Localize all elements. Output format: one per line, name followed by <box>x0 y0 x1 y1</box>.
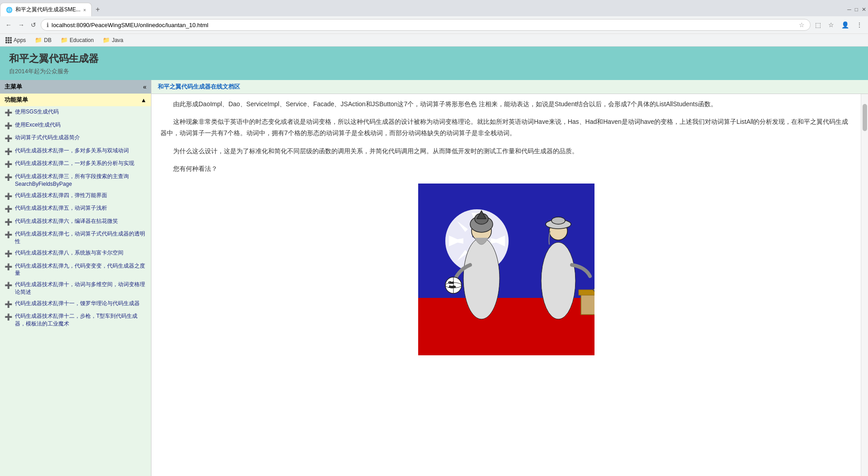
menu-item-label: 代码生成器技术乱弹四，弹性万能界面 <box>15 192 107 199</box>
sidebar-menu-item-3[interactable]: ➕代码生成器技术乱弹一，多对多关系与双域动词 <box>0 145 151 158</box>
menu-item-label: 代码生成器技术乱弹十，动词与多维空间，动词变格理论简述 <box>15 281 146 296</box>
menu-item-label: 代码生成器技术乱弹十二，步枪，T型车到代码生成器，模板法的工业魔术 <box>15 312 146 328</box>
content-text-area: 由此形成DaoImpl、Dao、ServiceImpl、Service、Faca… <box>160 99 852 355</box>
menu-item-label: 代码生成器技术乱弹六，编译器在拈花微笑 <box>15 217 118 225</box>
sidebar-menu-item-12[interactable]: ➕代码生成器技术乱弹十，动词与多维空间，动词变格理论简述 <box>0 279 151 298</box>
menu-item-label: 使用SGS生成代码 <box>15 108 59 116</box>
question-text: 您有何种看法？ <box>160 163 852 174</box>
page-header: 和平之翼代码生成器 自2014年起为公众服务 <box>0 47 868 80</box>
reload-button[interactable]: ↺ <box>29 19 38 30</box>
menu-item-label: 使用Excel生成代码 <box>15 121 61 129</box>
menu-plus-icon: ➕ <box>5 218 12 227</box>
menu-plus-icon: ➕ <box>5 192 12 201</box>
minimize-btn[interactable]: ─ <box>845 5 853 14</box>
java-label: Java <box>112 37 123 43</box>
sidebar-menu-item-0[interactable]: ➕使用SGS生成代码 <box>0 106 151 119</box>
sidebar-menu-item-1[interactable]: ➕使用Excel生成代码 <box>0 119 151 132</box>
sidebar-collapse-btn[interactable]: « <box>143 83 146 90</box>
browser-chrome: 🌐 和平之翼代码生成器SME... × + ─ □ ✕ ← → ↺ ℹ ☆ ⬚ … <box>0 0 868 47</box>
sidebar-menu-item-8[interactable]: ➕代码生成器技术乱弹六，编译器在拈花微笑 <box>0 216 151 229</box>
content-scroll-area[interactable]: 由此形成DaoImpl、Dao、ServiceImpl、Service、Faca… <box>151 94 861 476</box>
sidebar-fold-btn[interactable]: ▲ <box>141 97 146 104</box>
folder-icon-java: 📁 <box>103 37 110 43</box>
tab-title: 和平之翼代码生成器SME... <box>15 6 80 14</box>
sidebar-main-menu-header: 主菜单 « <box>0 80 151 94</box>
nav-actions: ⬚ ☆ 👤 ⋮ <box>813 19 864 30</box>
scrollbar-thumb[interactable] <box>863 104 867 131</box>
svg-rect-31 <box>579 290 594 295</box>
favorites-btn[interactable]: ☆ <box>826 19 836 30</box>
sidebar-menu-item-13[interactable]: ➕代码生成器技术乱弹十一，馒罗华理论与代码生成器 <box>0 298 151 311</box>
menu-plus-icon: ➕ <box>5 263 12 272</box>
bookmark-apps[interactable]: Apps <box>4 36 28 44</box>
para2: 为什么这么设计，这是为了标准化和简化不同层级的函数的调用关系，并简化代码调用之网… <box>160 146 852 157</box>
db-label: DB <box>44 37 52 43</box>
menu-btn[interactable]: ⋮ <box>854 19 864 30</box>
svg-point-29 <box>552 217 565 224</box>
bookmarks-bar: Apps 📁 DB 📁 Education 📁 Java <box>0 33 868 46</box>
new-tab-button[interactable]: + <box>92 4 103 15</box>
menu-plus-icon: ➕ <box>5 300 12 309</box>
bookmark-education[interactable]: 📁 Education <box>59 36 95 44</box>
sidebar-menu-item-5[interactable]: ➕代码生成器技术乱弹三，所有字段搜索的主查询SearchByFieldsByPa… <box>0 171 151 190</box>
window-close-btn[interactable]: ✕ <box>860 5 868 14</box>
content-header-link[interactable]: 和平之翼代码生成器在线文档区 <box>158 83 240 90</box>
sidebar-menu-item-7[interactable]: ➕代码生成器技术乱弹五，动词算子浅析 <box>0 203 151 216</box>
secure-icon: ℹ <box>47 22 49 28</box>
menu-plus-icon: ➕ <box>5 122 12 131</box>
page-body: 主菜单 « 功能菜单 ▲ ➕使用SGS生成代码➕使用Excel生成代码➕动词算子… <box>0 80 868 476</box>
active-tab[interactable]: 🌐 和平之翼代码生成器SME... × <box>0 3 92 16</box>
menu-item-label: 代码生成器技术乱弹一，多对多关系与双域动词 <box>15 147 129 155</box>
article-image: λ <box>418 184 594 355</box>
sidebar: 主菜单 « 功能菜单 ▲ ➕使用SGS生成代码➕使用Excel生成代码➕动词算子… <box>0 80 151 476</box>
menu-plus-icon: ➕ <box>5 281 12 290</box>
sidebar-menu-item-10[interactable]: ➕代码生成器技术乱弹八，系统族与富卡尔空间 <box>0 247 151 260</box>
folder-icon-education: 📁 <box>61 37 68 43</box>
main-menu-label: 主菜单 <box>5 83 22 91</box>
page-subtitle: 自2014年起为公众服务 <box>9 67 859 75</box>
sidebar-menu-item-6[interactable]: ➕代码生成器技术乱弹四，弹性万能界面 <box>0 190 151 203</box>
sidebar-menu-item-14[interactable]: ➕代码生成器技术乱弹十二，步枪，T型车到代码生成器，模板法的工业魔术 <box>0 311 151 330</box>
menu-plus-icon: ➕ <box>5 108 12 118</box>
svg-point-16 <box>463 238 500 319</box>
menu-item-label: 代码生成器技术乱弹五，动词算子浅析 <box>15 204 107 212</box>
menu-plus-icon: ➕ <box>5 134 12 143</box>
svg-point-26 <box>541 242 576 319</box>
bookmark-java[interactable]: 📁 Java <box>101 36 125 44</box>
sidebar-menu-item-2[interactable]: ➕动词算子式代码生成器简介 <box>0 132 151 145</box>
extensions-btn[interactable]: ⬚ <box>813 19 823 30</box>
menu-item-label: 代码生成器技术乱弹八，系统族与富卡尔空间 <box>15 249 123 257</box>
menu-item-label: 动词算子式代码生成器简介 <box>15 134 80 141</box>
main-content: 和平之翼代码生成器在线文档区 由此形成DaoImpl、Dao、ServiceIm… <box>151 80 868 476</box>
profile-btn[interactable]: 👤 <box>840 19 851 30</box>
menu-item-label: 代码生成器技术乱弹十一，馒罗华理论与代码生成器 <box>15 300 140 307</box>
folder-icon-db: 📁 <box>35 37 42 43</box>
para1: 这种现象非常类似于英语中的时态变化或者说是动词变格，所以这种代码生成器的设计被称… <box>160 116 852 139</box>
forward-button[interactable]: → <box>16 19 26 30</box>
menu-plus-icon: ➕ <box>5 205 12 214</box>
menu-item-label: 代码生成器技术乱弹九，代码变变变，代码生成器之度量 <box>15 262 146 278</box>
menu-item-label: 代码生成器技术乱弹三，所有字段搜索的主查询SearchByFieldsByPag… <box>15 173 146 188</box>
tab-close-btn[interactable]: × <box>83 7 86 13</box>
menu-plus-icon: ➕ <box>5 173 12 182</box>
content-header: 和平之翼代码生成器在线文档区 <box>151 80 868 94</box>
sidebar-menu: ➕使用SGS生成代码➕使用Excel生成代码➕动词算子式代码生成器简介➕代码生成… <box>0 106 151 476</box>
maximize-btn[interactable]: □ <box>853 5 860 14</box>
address-bar[interactable]: ℹ ☆ <box>41 19 811 31</box>
bookmark-star-icon[interactable]: ☆ <box>799 21 805 28</box>
bookmark-db[interactable]: 📁 DB <box>33 36 53 44</box>
navigation-bar: ← → ↺ ℹ ☆ ⬚ ☆ 👤 ⋮ <box>0 16 868 33</box>
menu-item-label: 代码生成器技术乱弹二，一对多关系的分析与实现 <box>15 160 134 167</box>
tab-bar: 🌐 和平之翼代码生成器SME... × + ─ □ ✕ <box>0 0 868 16</box>
right-scrollbar[interactable] <box>861 94 868 476</box>
menu-plus-icon: ➕ <box>5 147 12 156</box>
sidebar-menu-item-11[interactable]: ➕代码生成器技术乱弹九，代码变变变，代码生成器之度量 <box>0 260 151 279</box>
sidebar-menu-item-4[interactable]: ➕代码生成器技术乱弹二，一对多关系的分析与实现 <box>0 158 151 171</box>
apps-grid-icon <box>5 37 12 43</box>
url-input[interactable] <box>52 22 796 28</box>
func-menu-label: 功能菜单 <box>5 96 28 104</box>
back-button[interactable]: ← <box>4 19 14 30</box>
intro-paragraph: 由此形成DaoImpl、Dao、ServiceImpl、Service、Faca… <box>160 99 852 110</box>
sidebar-menu-item-9[interactable]: ➕代码生成器技术乱弹七，动词算子式代码生成器的透明性 <box>0 228 151 247</box>
page-title: 和平之翼代码生成器 <box>9 52 859 66</box>
